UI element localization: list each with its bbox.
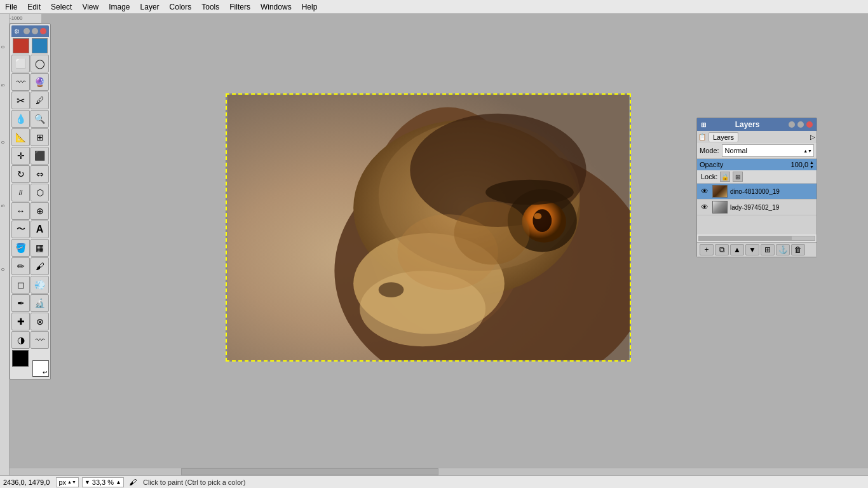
menu-file[interactable]: File <box>0 1 22 13</box>
new-layer-btn[interactable]: + <box>700 244 714 255</box>
menu-tools[interactable]: Tools <box>196 1 224 13</box>
pencil-tool[interactable]: ✏ <box>11 257 30 275</box>
layers-max-btn[interactable] <box>797 121 804 128</box>
layers-mode-select[interactable]: Normal <box>722 144 814 157</box>
layers-tab[interactable]: Layers <box>709 132 738 142</box>
blend-tool[interactable]: ▦ <box>31 239 49 257</box>
paths-tool[interactable]: 🖊 <box>31 92 49 109</box>
layer-item[interactable]: 👁 dino-4813000_19 <box>697 184 817 200</box>
zoom-tool[interactable]: 🔍 <box>31 110 49 128</box>
layers-opacity-row[interactable]: Opacity 100,0 ▲▼ <box>697 159 817 170</box>
dodge-burn-tool[interactable]: ◑ <box>11 331 30 349</box>
menu-select[interactable]: Select <box>46 1 77 13</box>
layer-down-btn[interactable]: ▼ <box>745 244 759 255</box>
unit-selector[interactable]: px ▲▼ <box>56 477 78 487</box>
layer-visibility-icon[interactable]: 👁 <box>700 202 710 212</box>
coords-value: 2436,0, 1479,0 <box>3 478 50 486</box>
perspective-clone-tool[interactable]: ⊗ <box>31 313 49 330</box>
scissors-tool[interactable]: ✂ <box>11 92 30 109</box>
reset-colors-icon[interactable]: ↩ <box>43 369 48 376</box>
paintbrush-tool[interactable]: 🖌 <box>31 257 49 275</box>
svg-point-10 <box>534 213 541 219</box>
smudge-tool[interactable]: 〰 <box>31 331 49 349</box>
toolbox-close-btn[interactable] <box>40 28 46 34</box>
eraser-tool[interactable]: ◻ <box>11 276 30 294</box>
airbrush-tool[interactable]: 💨 <box>31 276 49 294</box>
svg-point-14 <box>379 282 404 297</box>
lock-alpha-btn[interactable]: ⊞ <box>733 172 743 182</box>
rotate-tool[interactable]: ↻ <box>11 165 30 183</box>
warp-tool[interactable]: 〜 <box>11 220 30 238</box>
duplicate-layer-btn[interactable]: ⧉ <box>715 244 729 255</box>
statusbar: 2436,0, 1479,0 px ▲▼ ▼ 33,3 % ▲ 🖌 Click … <box>0 475 868 488</box>
ellipse-select-tool[interactable]: ◯ <box>31 55 49 72</box>
perspective-tool[interactable]: ⬡ <box>31 184 49 201</box>
hscrollbar-thumb[interactable] <box>181 468 438 475</box>
layers-scrollbar[interactable] <box>698 236 815 241</box>
menu-help[interactable]: Help <box>297 1 323 13</box>
layers-tab-arrow[interactable]: ▷ <box>810 133 815 140</box>
anchor-layer-btn[interactable]: ⚓ <box>776 244 790 255</box>
tool-row-14: ✒ 🔬 <box>11 294 49 312</box>
layers-close-btn[interactable] <box>806 121 813 128</box>
layers-lock-label: Lock: <box>701 173 717 180</box>
unit-value: px <box>58 478 66 486</box>
background-indicator[interactable] <box>32 38 48 53</box>
lock-pixels-btn[interactable]: 🔒 <box>720 172 730 182</box>
menu-view[interactable]: View <box>77 1 104 13</box>
tool-row-2: 〰 🔮 <box>11 73 49 91</box>
measure-tool[interactable]: 📐 <box>11 128 30 146</box>
foreground-indicator[interactable] <box>13 38 29 53</box>
zoom-arrows-left[interactable]: ▼ <box>85 479 90 485</box>
shear-tool[interactable]: // <box>11 184 30 201</box>
layer-name: dino-4813000_19 <box>730 188 814 195</box>
crop-tool[interactable]: ⬛ <box>31 147 49 165</box>
menu-image[interactable]: Image <box>104 1 135 13</box>
layers-opacity-label: Opacity <box>700 161 723 168</box>
flip-tool[interactable]: ↔ <box>11 202 30 220</box>
tool-row-9: ↔ ⊕ <box>11 202 49 220</box>
menu-filters[interactable]: Filters <box>224 1 255 13</box>
zoom-arrows-right[interactable]: ▲ <box>116 479 121 485</box>
layer-visibility-icon[interactable]: 👁 <box>700 186 710 196</box>
delete-layer-btn[interactable]: 🗑 <box>791 244 805 255</box>
horizontal-scrollbar[interactable] <box>10 468 868 475</box>
merge-layer-btn[interactable]: ⊞ <box>761 244 775 255</box>
cage-tool[interactable]: ⊕ <box>31 202 49 220</box>
ink-tool[interactable]: ✒ <box>11 294 30 312</box>
clone-tool[interactable]: 🔬 <box>31 294 49 312</box>
move-tool[interactable]: ✛ <box>11 147 30 165</box>
unit-arrows[interactable]: ▲▼ <box>67 480 76 484</box>
layer-up-btn[interactable]: ▲ <box>730 244 744 255</box>
free-select-tool[interactable]: 〰 <box>11 73 30 91</box>
tool-row-15: ✚ ⊗ <box>11 313 49 330</box>
align-tool[interactable]: ⊞ <box>31 128 49 146</box>
svg-point-15 <box>485 180 574 205</box>
layers-scrollbar-thumb[interactable] <box>699 236 792 240</box>
text-tool[interactable]: A <box>31 220 49 238</box>
tool-row-6: ✛ ⬛ <box>11 147 49 165</box>
layers-opacity-arrows[interactable]: ▲▼ <box>810 160 814 169</box>
layers-list: 👁 dino-4813000_19 👁 lady-3974502_19 <box>697 184 817 234</box>
color-pick-tool[interactable]: 💧 <box>11 110 30 128</box>
heal-tool[interactable]: ✚ <box>11 313 30 330</box>
bucket-fill-tool[interactable]: 🪣 <box>11 239 30 257</box>
menu-layer[interactable]: Layer <box>135 1 165 13</box>
layers-min-btn[interactable] <box>789 121 795 128</box>
scale-tool[interactable]: ⇔ <box>31 165 49 183</box>
layers-titlebar: ⊞ Layers <box>697 118 817 131</box>
toolbox-min-btn[interactable] <box>24 28 30 34</box>
layers-mode-row: Mode: Normal <box>697 143 817 159</box>
menu-edit[interactable]: Edit <box>22 1 46 13</box>
layer-item[interactable]: 👁 lady-3974502_19 <box>697 200 817 215</box>
fuzzy-select-tool[interactable]: 🔮 <box>31 73 49 91</box>
menu-windows[interactable]: Windows <box>255 1 297 13</box>
layers-panel-title: Layers <box>706 120 789 129</box>
zoom-display[interactable]: ▼ 33,3 % ▲ <box>82 477 124 487</box>
tool-row-1: ⬜ ◯ <box>11 55 49 72</box>
toolbox-title: ⚙ <box>14 28 20 35</box>
foreground-color-swatch[interactable] <box>12 350 29 367</box>
menu-colors[interactable]: Colors <box>165 1 197 13</box>
toolbox-max-btn[interactable] <box>32 28 38 34</box>
rect-select-tool[interactable]: ⬜ <box>11 55 30 72</box>
